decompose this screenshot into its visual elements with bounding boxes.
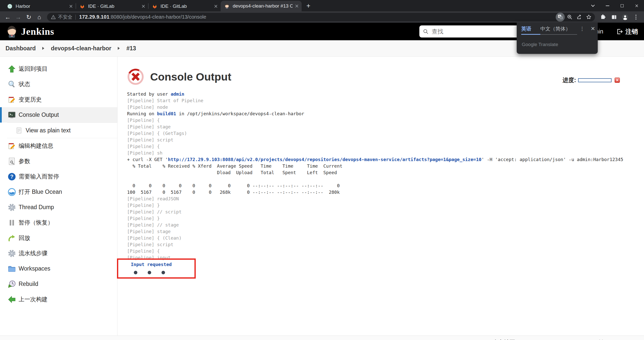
chevron-right-icon <box>42 47 44 50</box>
console-text: 0 0 0 0 0 0 0 0 --:--:-- --:--:-- --:--:… <box>127 183 340 188</box>
tab-close-button[interactable] <box>68 4 74 9</box>
sidebar-item[interactable]: 状态 <box>0 77 117 92</box>
console-line: Started by user admin <box>127 91 644 97</box>
console-line: [Pipeline] sh <box>127 150 644 156</box>
sidebar-item-label: View as plain text <box>26 127 71 134</box>
close-window-button[interactable] <box>629 0 644 11</box>
console-text: [Pipeline] stage <box>127 124 171 129</box>
search-icon <box>423 29 429 34</box>
input-requested-annotation-box: Input requested <box>117 258 196 279</box>
sidebar-item[interactable]: 暂停（恢复） <box>0 215 117 230</box>
active-tab-underline <box>521 34 540 35</box>
security-label[interactable]: 不安全 <box>58 14 72 20</box>
browser-tab[interactable]: devops4-clean-harbor #13 Co <box>221 1 302 11</box>
url-path: :8080/job/devops4-clean-harbor/13/consol… <box>109 14 206 20</box>
sidebar-item-label: 打开 Blue Ocean <box>19 188 62 196</box>
puzzle-icon <box>600 14 606 20</box>
sidebar-item[interactable]: ?需要输入而暂停 <box>0 169 117 184</box>
sidebar-item[interactable]: 返回到项目 <box>0 61 117 77</box>
sidebar-item-label: 状态 <box>19 80 30 88</box>
sidebar-item[interactable]: 回放 <box>0 230 117 246</box>
maximize-button[interactable] <box>615 0 629 11</box>
console-output: Started by user admin[Pipeline] Start of… <box>127 91 644 279</box>
gitlab-icon <box>152 4 157 9</box>
tab-title: IDE · GitLab <box>88 4 139 9</box>
console-text: [Pipeline] { <box>127 144 160 149</box>
tab-close-button[interactable] <box>141 4 146 9</box>
console-line: Running on build01 in /opt/jenkins/works… <box>127 110 644 117</box>
sidebar-item-label: 参数 <box>19 157 30 165</box>
sidebar-item-label: Console Output <box>19 111 59 118</box>
browser-tab[interactable]: IDE · GitLab <box>76 1 148 11</box>
sidebar-item[interactable]: Rebuild <box>0 276 117 292</box>
progress-bar <box>578 78 612 82</box>
page-footer: Jenkins 中文社区REST APIJenkins 2.332.2 <box>0 335 644 340</box>
star-icon <box>586 14 592 20</box>
notepad-icon <box>8 95 16 104</box>
browser-tab[interactable]: IDE · GitLab <box>148 1 221 11</box>
google-translate-popup: 英语 中文（简体） ⋮ ✕ Google Translate <box>517 23 598 54</box>
console-link[interactable]: admin <box>171 91 184 97</box>
console-text: Running on <box>127 111 157 116</box>
jenkins-logo-text[interactable]: Jenkins <box>21 26 54 37</box>
breadcrumb-build[interactable]: #13 <box>126 45 136 52</box>
sidebar-item[interactable]: 打开 Blue Ocean <box>0 184 117 200</box>
forward-button[interactable]: → <box>13 12 24 22</box>
translate-tab-target[interactable]: 中文（简体） <box>540 25 571 32</box>
console-line: [Pipeline] // stage <box>127 222 644 228</box>
blue-ocean-icon <box>8 188 16 196</box>
console-link[interactable]: http://172.29.9.103:8088/api/v2.0/projec… <box>168 157 481 162</box>
sidebar-item[interactable]: Thread Dump <box>0 200 117 215</box>
extensions-button[interactable] <box>597 12 609 22</box>
logout-button[interactable]: 注销 <box>616 27 638 36</box>
back-button[interactable]: ← <box>3 12 13 22</box>
console-line: [Pipeline] node <box>127 104 644 110</box>
search-input[interactable] <box>432 28 515 35</box>
sidebar-item-label: 回放 <box>19 234 30 242</box>
tab-close-button[interactable] <box>294 3 300 9</box>
profile-button[interactable] <box>620 12 631 22</box>
footer-community-link[interactable]: Jenkins 中文社区 <box>471 339 515 340</box>
sidebar-item[interactable]: 编辑构建信息 <box>0 138 117 154</box>
translate-options-button[interactable]: ⋮ <box>580 26 585 32</box>
input-requested-link[interactable]: Input requested <box>131 262 172 267</box>
sidebar-item[interactable]: View as plain text <box>0 123 117 138</box>
new-tab-button[interactable]: + <box>305 2 312 10</box>
minimize-button[interactable] <box>600 0 615 11</box>
abort-build-button[interactable] <box>615 78 620 83</box>
browser-tab[interactable]: Harbor <box>4 1 76 11</box>
footer-rest-api-link[interactable]: REST API <box>540 339 565 340</box>
home-button[interactable]: ⌂ <box>34 12 45 22</box>
sidebar-item[interactable]: 参数 <box>0 154 117 169</box>
console-line: [Pipeline] } <box>127 202 644 209</box>
sidebar-item[interactable]: 变更历史 <box>0 92 117 107</box>
share-button[interactable] <box>574 13 584 22</box>
console-text: [Pipeline] // script <box>127 209 182 214</box>
tab-search-button[interactable] <box>586 0 600 11</box>
breadcrumb-dashboard[interactable]: Dashboard <box>6 45 36 52</box>
translate-close-button[interactable]: ✕ <box>591 26 595 32</box>
console-link[interactable]: build01 <box>157 111 176 116</box>
console-text: % Total % Received % Xferd Average Speed… <box>127 163 342 169</box>
sidebar-item[interactable]: 上一次构建 <box>0 292 117 307</box>
breadcrumb-job[interactable]: devops4-clean-harbor <box>51 45 111 52</box>
address-bar[interactable]: 不安全 172.29.9.101:8080/job/devops4-clean-… <box>47 13 595 21</box>
sidebar-item[interactable]: 流水线步骤 <box>0 246 117 261</box>
jenkins-icon <box>224 3 230 9</box>
sidebar-item[interactable]: Console Output <box>0 107 117 123</box>
zoom-in-button[interactable] <box>565 13 574 22</box>
jenkins-logo-icon[interactable] <box>6 25 18 38</box>
side-panel-button[interactable] <box>609 12 620 22</box>
sidebar-item[interactable]: Workspaces <box>0 261 117 276</box>
translate-button[interactable]: G文 <box>556 13 565 22</box>
page-title: Console Output <box>150 71 231 83</box>
browser-menu-button[interactable] <box>630 12 641 22</box>
tab-close-button[interactable] <box>213 4 219 9</box>
reload-button[interactable]: ↻ <box>23 12 34 22</box>
translate-tab-source[interactable]: 英语 <box>521 25 531 32</box>
loading-dot <box>162 271 165 274</box>
bookmark-button[interactable] <box>584 13 593 22</box>
browser-toolbar: ← → ↻ ⌂ 不安全 172.29.9.101:8080/job/devops… <box>0 11 644 23</box>
sidebar: 返回到项目状态变更历史Console OutputView as plain t… <box>0 57 117 335</box>
jenkins-search-box[interactable] <box>419 25 520 37</box>
